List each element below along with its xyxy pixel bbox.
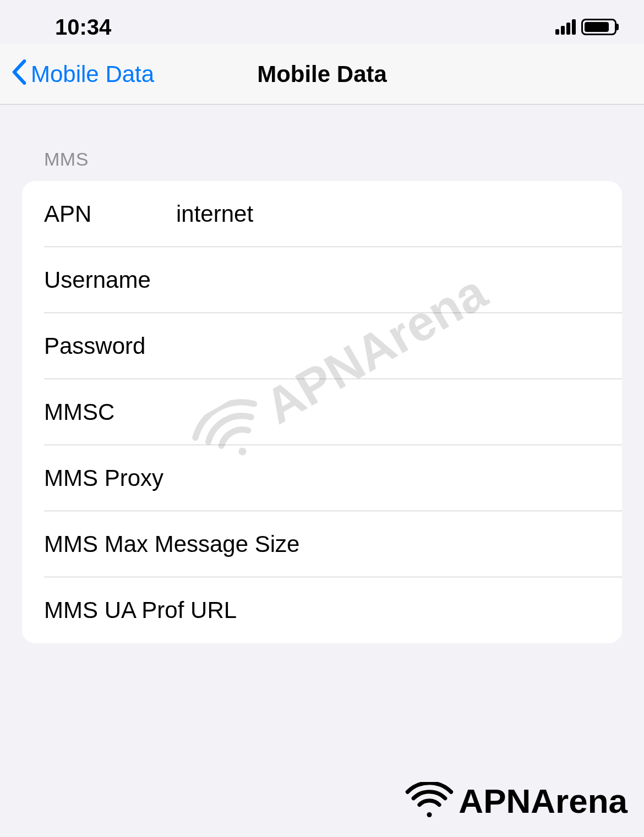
chevron-left-icon [11,59,28,89]
status-time: 10:34 [55,15,111,40]
mmsc-row[interactable]: MMSC [22,379,622,445]
username-row[interactable]: Username [22,247,622,313]
watermark-bottom-text: APNArena [459,781,627,820]
page-title: Mobile Data [257,61,387,87]
mmsc-label: MMSC [44,399,176,425]
section-header-mms: MMS [22,105,622,181]
apn-row[interactable]: APN [22,181,622,247]
apn-input[interactable] [176,201,600,227]
wifi-icon [405,782,454,820]
watermark-bottom: APNArena [405,781,627,820]
mms-ua-prof-url-label: MMS UA Prof URL [44,597,237,623]
mms-proxy-label: MMS Proxy [44,465,163,491]
back-button[interactable]: Mobile Data [0,59,154,89]
mms-max-size-label: MMS Max Message Size [44,531,299,557]
nav-header: Mobile Data Mobile Data [0,44,644,105]
mms-proxy-row[interactable]: MMS Proxy [22,445,622,511]
mms-ua-prof-url-row[interactable]: MMS UA Prof URL [22,577,622,643]
apn-label: APN [44,201,176,227]
status-indicators [555,19,616,35]
status-bar: 10:34 [0,0,644,44]
password-input[interactable] [176,333,600,359]
username-input[interactable] [176,267,600,293]
mms-ua-prof-url-input[interactable] [237,597,600,623]
settings-group-mms: APN Username Password MMSC MMS Proxy MMS… [22,181,622,643]
battery-icon [581,19,616,35]
username-label: Username [44,267,176,293]
password-row[interactable]: Password [22,313,622,379]
back-label: Mobile Data [31,61,154,87]
mms-max-size-row[interactable]: MMS Max Message Size [22,511,622,577]
mmsc-input[interactable] [176,399,600,425]
content-area: MMS APN Username Password MMSC MMS Proxy [0,105,644,643]
password-label: Password [44,333,176,359]
mms-proxy-input[interactable] [163,465,600,491]
mms-max-size-input[interactable] [299,531,600,557]
cellular-signal-icon [555,19,576,35]
